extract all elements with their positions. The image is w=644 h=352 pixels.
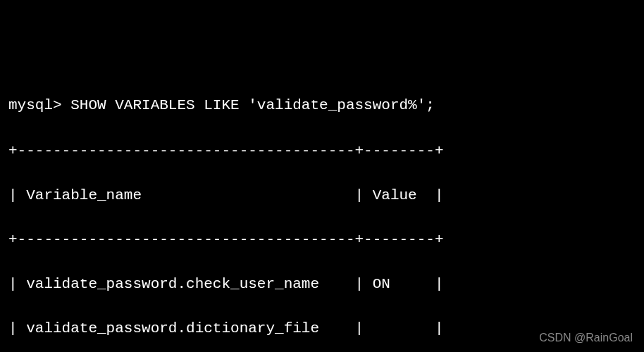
watermark: CSDN @RainGoal [539,329,633,346]
table-row: | validate_password.check_user_name | ON… [8,273,636,296]
table-header-row: | Variable_name | Value | [8,184,636,207]
command-line: mysql> SHOW VARIABLES LIKE 'validate_pas… [8,94,636,117]
table-border-top: +--------------------------------------+… [8,140,636,163]
mysql-prompt: mysql> [8,97,70,113]
table-border-mid: +--------------------------------------+… [8,229,636,251]
sql-command: SHOW VARIABLES LIKE 'validate_password%'… [70,97,435,113]
